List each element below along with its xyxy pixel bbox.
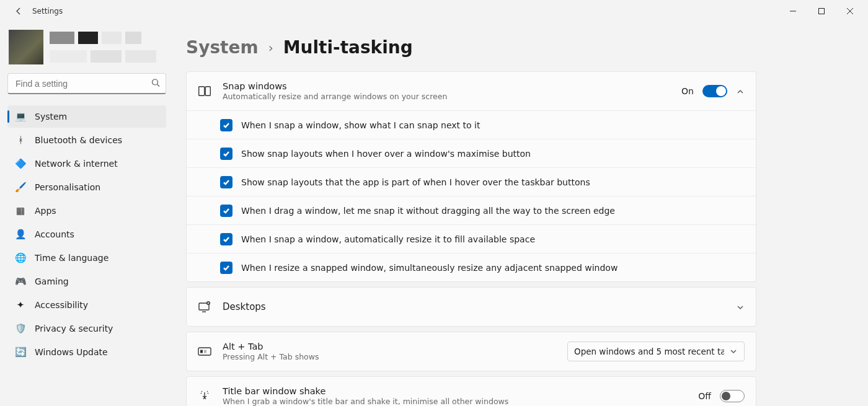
sidebar-item-personalisation[interactable]: 🖌️Personalisation: [7, 176, 166, 198]
search-icon: [151, 78, 160, 90]
title-bar-shake-desc: When I grab a window's title bar and sha…: [223, 397, 687, 406]
checkbox[interactable]: [220, 205, 232, 217]
sidebar-item-label: Windows Update: [35, 347, 108, 357]
breadcrumb-parent[interactable]: System: [186, 37, 259, 58]
search-container: [7, 73, 166, 94]
sidebar-item-time-language[interactable]: 🌐Time & language: [7, 247, 166, 269]
close-button[interactable]: [836, 1, 864, 21]
user-profile[interactable]: [9, 30, 166, 64]
bluetooth-devices-icon: ᚼ: [15, 135, 26, 146]
title-bar-shake-title: Title bar window shake: [223, 386, 687, 396]
window-controls: [779, 1, 864, 21]
accessibility-icon: ✦: [15, 299, 26, 311]
checkbox[interactable]: [220, 233, 232, 245]
desktops-icon: [198, 300, 211, 314]
snap-option-label: When I snap a window, automatically resi…: [241, 234, 535, 244]
sidebar-item-bluetooth-devices[interactable]: ᚼBluetooth & devices: [7, 129, 166, 151]
snap-option-row[interactable]: When I snap a window, show what I can sn…: [187, 110, 756, 139]
checkbox[interactable]: [220, 119, 232, 131]
sidebar-item-label: Apps: [35, 206, 56, 216]
desktops-row[interactable]: Desktops: [187, 288, 756, 326]
desktops-title: Desktops: [223, 301, 725, 312]
shake-toggle[interactable]: [720, 390, 745, 402]
network-internet-icon: 🔷: [15, 158, 26, 169]
main-content: System › Multi-tasking Snap windows Auto…: [174, 22, 868, 406]
alt-tab-desc: Pressing Alt + Tab shows: [223, 352, 556, 361]
sidebar-item-accounts[interactable]: 👤Accounts: [7, 223, 166, 245]
snap-windows-icon: [198, 84, 211, 98]
sidebar-item-system[interactable]: 💻System: [7, 105, 166, 128]
checkbox[interactable]: [220, 176, 232, 188]
alt-tab-select-value: Open windows and 5 most recent tabs in M: [574, 346, 724, 356]
checkbox[interactable]: [220, 262, 232, 274]
back-button[interactable]: [10, 2, 27, 20]
user-name-placeholder: [50, 32, 156, 63]
sidebar-item-windows-update[interactable]: 🔄Windows Update: [7, 341, 166, 363]
sidebar-item-network-internet[interactable]: 🔷Network & internet: [7, 152, 166, 175]
sidebar-item-label: System: [35, 112, 67, 121]
svg-rect-3: [205, 87, 210, 96]
page-title: Multi-tasking: [283, 37, 413, 58]
sidebar-item-label: Bluetooth & devices: [35, 135, 122, 145]
svg-rect-8: [204, 350, 206, 353]
search-input[interactable]: [7, 73, 166, 94]
snap-option-row[interactable]: Show snap layouts when I hover over a wi…: [187, 139, 756, 167]
snap-windows-title: Snap windows: [223, 81, 670, 91]
snap-toggle[interactable]: [702, 85, 727, 97]
snap-option-label: When I resize a snapped window, simultan…: [241, 263, 618, 273]
shake-toggle-label: Off: [698, 391, 711, 401]
sidebar-item-gaming[interactable]: 🎮Gaming: [7, 270, 166, 293]
minimize-button[interactable]: [779, 1, 807, 21]
avatar: [9, 30, 43, 64]
snap-toggle-label: On: [681, 86, 694, 96]
svg-point-1: [153, 79, 158, 85]
snap-option-label: When I drag a window, let me snap it wit…: [241, 206, 615, 216]
chevron-right-icon: ›: [268, 40, 273, 55]
snap-option-row[interactable]: When I snap a window, automatically resi…: [187, 224, 756, 253]
snap-option-row[interactable]: Show snap layouts that the app is part o…: [187, 167, 756, 196]
title-bar-shake-row: Title bar window shake When I grab a win…: [187, 377, 756, 406]
sidebar: 💻SystemᚼBluetooth & devices🔷Network & in…: [0, 22, 174, 406]
system-icon: 💻: [15, 111, 26, 122]
snap-option-label: Show snap layouts that the app is part o…: [241, 177, 590, 187]
accounts-icon: 👤: [15, 229, 26, 240]
snap-option-label: When I snap a window, show what I can sn…: [241, 120, 480, 130]
time-language-icon: 🌐: [15, 252, 26, 263]
apps-icon: ▦: [15, 205, 26, 216]
chevron-down-icon[interactable]: [736, 302, 745, 311]
alt-tab-icon: [198, 345, 211, 358]
sidebar-item-accessibility[interactable]: ✦Accessibility: [7, 294, 166, 316]
sidebar-item-label: Accessibility: [35, 300, 88, 310]
window-title: Settings: [32, 7, 63, 15]
snap-windows-row[interactable]: Snap windows Automatically resize and ar…: [187, 72, 756, 110]
snap-windows-desc: Automatically resize and arrange windows…: [223, 92, 670, 101]
privacy-security-icon: 🛡️: [15, 323, 26, 334]
windows-update-icon: 🔄: [15, 346, 26, 358]
sidebar-item-privacy-security[interactable]: 🛡️Privacy & security: [7, 317, 166, 340]
sidebar-item-label: Personalisation: [35, 182, 100, 192]
alt-tab-select[interactable]: Open windows and 5 most recent tabs in M: [567, 342, 745, 361]
svg-rect-7: [200, 350, 203, 353]
sidebar-item-label: Time & language: [35, 253, 108, 263]
personalisation-icon: 🖌️: [15, 182, 26, 193]
shake-icon: [198, 389, 211, 403]
sidebar-item-label: Privacy & security: [35, 324, 113, 333]
snap-option-row[interactable]: When I resize a snapped window, simultan…: [187, 253, 756, 281]
svg-rect-0: [819, 9, 825, 14]
alt-tab-title: Alt + Tab: [223, 342, 556, 351]
sidebar-item-apps[interactable]: ▦Apps: [7, 200, 166, 222]
snap-option-label: Show snap layouts when I hover over a wi…: [241, 149, 531, 159]
nav-list: 💻SystemᚼBluetooth & devices🔷Network & in…: [7, 105, 166, 363]
desktops-card: Desktops: [186, 287, 756, 327]
chevron-up-icon[interactable]: [736, 87, 745, 95]
chevron-down-icon: [729, 347, 738, 356]
sidebar-item-label: Accounts: [35, 229, 74, 239]
title-bar: Settings: [0, 0, 868, 22]
snap-option-row[interactable]: When I drag a window, let me snap it wit…: [187, 196, 756, 224]
svg-rect-2: [199, 87, 205, 96]
alt-tab-card: Alt + Tab Pressing Alt + Tab shows Open …: [186, 332, 756, 371]
snap-windows-card: Snap windows Automatically resize and ar…: [186, 71, 756, 282]
maximize-button[interactable]: [807, 1, 836, 21]
breadcrumb: System › Multi-tasking: [186, 37, 756, 58]
checkbox[interactable]: [220, 148, 232, 160]
